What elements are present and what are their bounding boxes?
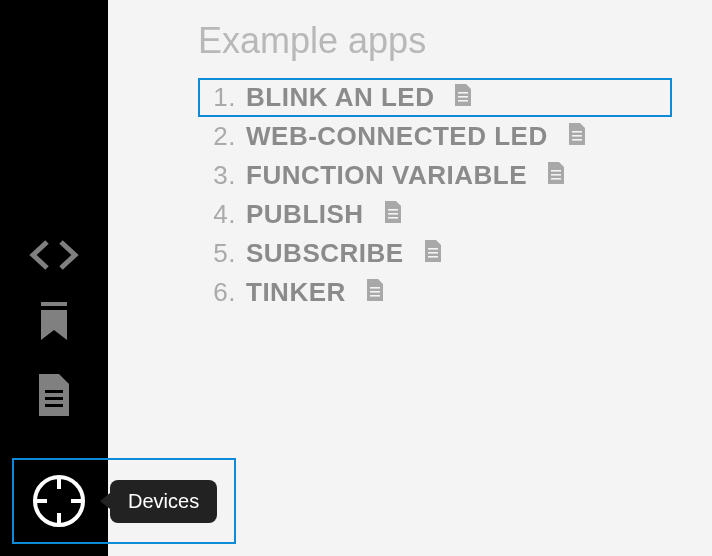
main-panel: Example apps 1.BLINK AN LED2.WEB-CONNECT… (108, 0, 712, 556)
file-icon (424, 238, 442, 269)
svg-rect-3 (45, 404, 63, 407)
svg-rect-12 (572, 131, 582, 133)
file-icon (366, 277, 384, 308)
svg-rect-26 (370, 295, 380, 297)
file-icon (384, 199, 402, 230)
app-item[interactable]: 4.PUBLISH (198, 195, 672, 234)
app-item[interactable]: 5.SUBSCRIBE (198, 234, 672, 273)
svg-rect-24 (370, 287, 380, 289)
app-list: 1.BLINK AN LED2.WEB-CONNECTED LED3.FUNCT… (198, 78, 672, 312)
svg-rect-25 (370, 291, 380, 293)
app-item-name: PUBLISH (246, 199, 364, 230)
app-item-number: 5. (206, 238, 236, 269)
svg-rect-23 (428, 256, 438, 258)
svg-rect-16 (551, 174, 561, 176)
file-icon (568, 121, 586, 152)
svg-rect-17 (551, 178, 561, 180)
file-icon[interactable] (37, 374, 71, 416)
file-icon (547, 160, 565, 191)
svg-rect-11 (458, 100, 468, 102)
app-item[interactable]: 2.WEB-CONNECTED LED (198, 117, 672, 156)
app-item-number: 3. (206, 160, 236, 191)
svg-rect-15 (551, 170, 561, 172)
target-icon[interactable] (30, 472, 88, 530)
svg-rect-9 (458, 92, 468, 94)
app-item-number: 4. (206, 199, 236, 230)
svg-rect-22 (428, 252, 438, 254)
app-item-name: FUNCTION VARIABLE (246, 160, 527, 191)
svg-rect-14 (572, 139, 582, 141)
svg-rect-13 (572, 135, 582, 137)
svg-rect-1 (45, 390, 63, 393)
svg-rect-0 (41, 302, 67, 306)
code-icon[interactable] (25, 240, 83, 270)
app-item-name: SUBSCRIBE (246, 238, 404, 269)
app-item[interactable]: 6.TINKER (198, 273, 672, 312)
app-item-number: 2. (206, 121, 236, 152)
app-item[interactable]: 3.FUNCTION VARIABLE (198, 156, 672, 195)
file-icon (454, 82, 472, 113)
svg-rect-19 (388, 213, 398, 215)
app-item-name: TINKER (246, 277, 346, 308)
bookmark-icon[interactable] (39, 302, 69, 342)
svg-rect-2 (45, 397, 63, 400)
svg-rect-20 (388, 217, 398, 219)
svg-rect-18 (388, 209, 398, 211)
app-item-name: BLINK AN LED (246, 82, 434, 113)
page-title: Example apps (198, 20, 672, 62)
app-item-name: WEB-CONNECTED LED (246, 121, 548, 152)
app-item[interactable]: 1.BLINK AN LED (198, 78, 672, 117)
app-item-number: 1. (206, 82, 236, 113)
svg-rect-21 (428, 248, 438, 250)
svg-rect-10 (458, 96, 468, 98)
app-item-number: 6. (206, 277, 236, 308)
